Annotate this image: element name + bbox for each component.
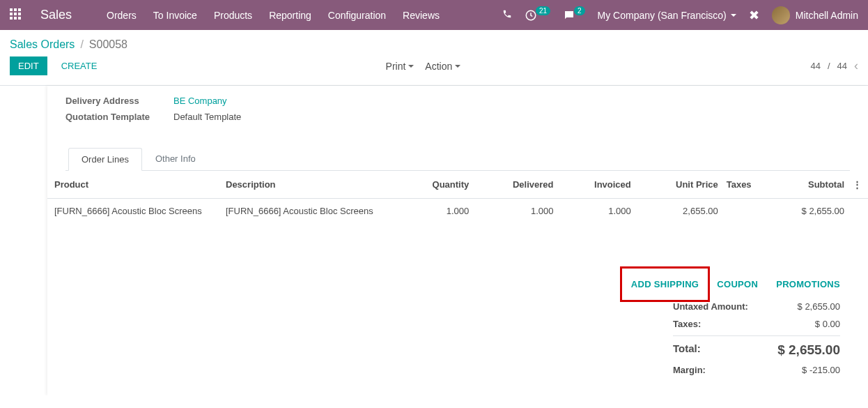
form-fields: Delivery Address BE Company Quotation Te… [47, 96, 868, 171]
total-untaxed: Untaxed Amount: $ 2,655.00 [673, 298, 840, 315]
messages-icon[interactable]: 2 [563, 9, 585, 22]
cell-quantity: 1.000 [396, 199, 473, 224]
main-menu: Orders To Invoice Products Reporting Con… [107, 10, 440, 21]
pager-prev-icon[interactable]: ‹ [854, 59, 858, 73]
add-shipping-button[interactable]: Add Shipping [631, 279, 699, 289]
cell-delivered: 1.000 [473, 199, 557, 224]
action-dropdown[interactable]: Action [425, 61, 460, 72]
total-label: Total: [673, 342, 701, 358]
line-action-buttons: Add Shipping Coupon Promotions [47, 223, 868, 298]
create-button[interactable]: Create [53, 56, 106, 75]
taxes-value: $ 0.00 [815, 319, 840, 329]
pager: 44 / 44 ‹ [810, 59, 858, 73]
cell-taxes [722, 199, 761, 224]
center-actions: Print Action [386, 61, 461, 72]
chevron-down-icon [408, 65, 414, 68]
tab-other-info[interactable]: Other Info [142, 147, 209, 170]
untaxed-value: $ 2,655.00 [798, 301, 840, 312]
field-quotation-template: Quotation Template Default Template [65, 112, 850, 122]
menu-reporting[interactable]: Reporting [269, 10, 311, 21]
form-sheet: Delivery Address BE Company Quotation Te… [47, 86, 868, 395]
quotation-template-value: Default Template [173, 112, 241, 122]
print-label: Print [386, 61, 406, 72]
company-name: My Company (San Francisco) [598, 10, 727, 21]
pager-total: 44 [837, 61, 847, 71]
edit-button[interactable]: Edit [10, 56, 47, 75]
total-taxes: Taxes: $ 0.00 [673, 315, 840, 333]
debug-icon[interactable]: ✖ [749, 8, 759, 23]
user-name: Mitchell Admin [796, 10, 858, 21]
pager-current: 44 [810, 61, 820, 71]
col-quantity: Quantity [396, 171, 473, 199]
total-value: $ 2,655.00 [777, 342, 840, 358]
col-product: Product [47, 171, 222, 199]
topbar: Sales Orders To Invoice Products Reporti… [0, 0, 868, 30]
table-row[interactable]: [FURN_6666] Acoustic Bloc Screens [FURN_… [47, 199, 868, 224]
cell-invoiced: 1.000 [558, 199, 635, 224]
pager-sep: / [828, 61, 830, 71]
cell-product: [FURN_6666] Acoustic Bloc Screens [47, 199, 222, 224]
margin-value: $ -215.00 [802, 365, 840, 375]
menu-configuration[interactable]: Configuration [328, 10, 386, 21]
cell-empty [848, 199, 868, 224]
menu-reviews[interactable]: Reviews [403, 10, 440, 21]
totals: Untaxed Amount: $ 2,655.00 Taxes: $ 0.00… [47, 298, 868, 379]
col-unit-price: Unit Price [635, 171, 722, 199]
total-margin: Margin: $ -215.00 [673, 361, 840, 379]
untaxed-label: Untaxed Amount: [673, 301, 748, 312]
total-grand: Total: $ 2,655.00 [673, 339, 840, 361]
chevron-down-icon [455, 65, 460, 68]
col-invoiced: Invoiced [558, 171, 635, 199]
breadcrumb-separator: / [80, 38, 83, 51]
promotions-button[interactable]: Promotions [776, 279, 840, 289]
totals-divider [673, 335, 840, 336]
breadcrumb-current: S00058 [89, 38, 127, 51]
cell-subtotal: $ 2,655.00 [761, 199, 848, 224]
print-dropdown[interactable]: Print [386, 61, 414, 72]
col-options-icon[interactable]: ⋮ [848, 171, 868, 199]
field-label: Quotation Template [65, 112, 173, 122]
controls-row: Edit Create Print Action 44 / 44 ‹ [0, 54, 868, 86]
breadcrumb: Sales Orders / S00058 [0, 30, 868, 54]
messages-badge: 2 [574, 6, 585, 15]
col-description: Description [222, 171, 396, 199]
cell-description: [FURN_6666] Acoustic Bloc Screens [222, 199, 396, 224]
user-menu[interactable]: Mitchell Admin [772, 6, 858, 24]
company-selector[interactable]: My Company (San Francisco) [598, 10, 736, 21]
col-taxes: Taxes [722, 171, 761, 199]
taxes-label: Taxes: [673, 319, 701, 329]
menu-to-invoice[interactable]: To Invoice [153, 10, 197, 21]
delivery-address-link[interactable]: BE Company [173, 96, 227, 106]
menu-orders[interactable]: Orders [107, 10, 137, 21]
apps-icon[interactable] [10, 8, 24, 22]
breadcrumb-parent[interactable]: Sales Orders [10, 38, 75, 51]
activity-badge: 21 [536, 6, 550, 15]
action-label: Action [425, 61, 452, 72]
tabs: Order Lines Other Info [65, 147, 850, 171]
col-delivered: Delivered [473, 171, 557, 199]
margin-label: Margin: [673, 365, 706, 375]
avatar [772, 6, 790, 24]
col-subtotal: Subtotal [761, 171, 848, 199]
app-brand[interactable]: Sales [40, 8, 72, 22]
field-delivery-address: Delivery Address BE Company [65, 96, 850, 106]
menu-products[interactable]: Products [214, 10, 252, 21]
table-header-row: Product Description Quantity Delivered I… [47, 171, 868, 199]
cell-unit-price: 2,655.00 [635, 199, 722, 224]
topbar-right: 21 2 My Company (San Francisco) ✖ Mitche… [502, 6, 858, 24]
field-label: Delivery Address [65, 96, 173, 106]
order-lines-table: Product Description Quantity Delivered I… [47, 171, 868, 223]
activity-icon[interactable]: 21 [525, 9, 550, 22]
sheet-wrap: Delivery Address BE Company Quotation Te… [0, 86, 868, 395]
phone-icon[interactable] [502, 9, 512, 21]
tab-order-lines[interactable]: Order Lines [68, 148, 142, 171]
chevron-down-icon [731, 14, 736, 17]
coupon-button[interactable]: Coupon [717, 279, 758, 289]
sheet-gutter [0, 86, 47, 395]
